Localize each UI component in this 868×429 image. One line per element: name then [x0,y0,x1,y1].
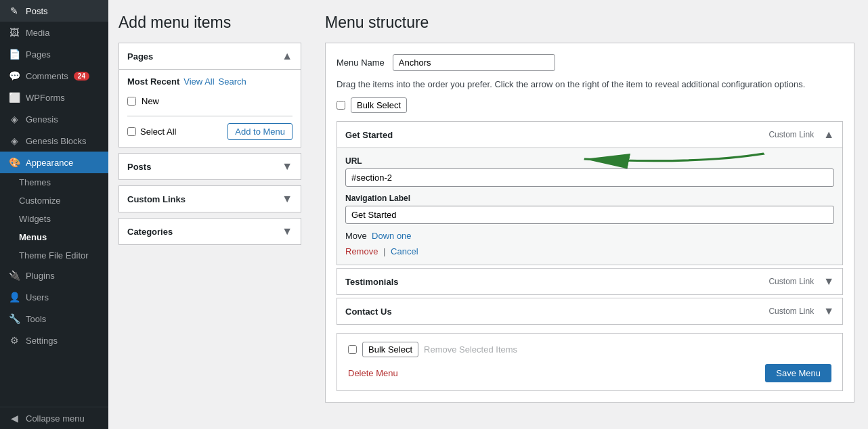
settings-icon: ⚙ [8,335,20,346]
sidebar-subitem-theme-file-editor[interactable]: Theme File Editor [0,246,108,265]
get-started-title: Get Started [345,130,393,140]
menu-name-label: Menu Name [337,58,385,68]
sidebar-item-genesis-blocks[interactable]: ◈ Genesis Blocks [0,130,108,152]
save-menu-button[interactable]: Save Menu [765,364,831,382]
sidebar-item-label: Plugins [26,271,55,281]
sidebar-item-pages[interactable]: 📄 Pages [0,43,108,65]
collapse-icon: ◀ [8,413,20,424]
select-all-checkbox[interactable] [127,127,136,136]
page-item-new-checkbox[interactable] [127,97,136,106]
delete-menu-link[interactable]: Delete Menu [348,368,398,378]
plugins-icon: 🔌 [8,270,20,281]
sidebar-item-label: Posts [26,6,48,16]
annotation-arrow [337,121,843,311]
widgets-label: Widgets [19,214,51,224]
categories-accordion: Categories ▼ [118,218,301,245]
sidebar-item-label: Pages [26,49,51,60]
bulk-select-top-button[interactable]: Bulk Select [351,97,407,113]
bulk-select-top-row: Bulk Select [337,97,843,113]
sidebar-item-label: Genesis Blocks [26,136,87,146]
cancel-link[interactable]: Cancel [391,246,418,256]
testimonials-title: Testimonials [345,277,399,287]
themes-label: Themes [19,177,51,187]
sidebar-subitem-menus[interactable]: Menus [0,228,108,246]
contact-us-type: Custom Link [768,307,814,316]
page-item-new: New [127,93,292,109]
move-down-link[interactable]: Down one [372,231,412,241]
custom-links-accordion-header[interactable]: Custom Links ▼ [119,186,301,212]
tab-most-recent[interactable]: Most Recent [127,76,179,87]
menu-name-input[interactable] [393,54,555,71]
pages-accordion-header[interactable]: Pages ▲ [119,43,301,69]
contact-us-chevron-icon[interactable]: ▼ [823,305,834,317]
sidebar-item-appearance[interactable]: 🎨 Appearance [0,152,108,173]
categories-accordion-header[interactable]: Categories ▼ [119,219,301,244]
left-panel: Add menu items Pages ▲ Most Recent View … [108,0,311,429]
posts-accordion-header[interactable]: Posts ▼ [119,154,301,179]
sidebar-item-genesis[interactable]: ◈ Genesis [0,108,108,130]
menu-footer: Bulk Select Remove Selected Items Delete… [337,333,843,391]
sidebar-subitem-widgets[interactable]: Widgets [0,210,108,228]
menu-item-get-started-header[interactable]: Get Started Custom Link ▲ [337,122,842,148]
sidebar-item-posts[interactable]: ✎ Posts [0,0,108,22]
get-started-chevron-icon[interactable]: ▲ [823,129,834,141]
pages-icon: 📄 [8,49,20,60]
nav-label-input[interactable] [345,206,834,224]
nav-label-field-group: Navigation Label [345,194,834,224]
custom-links-chevron-icon: ▼ [282,193,292,205]
bulk-select-top-checkbox[interactable] [337,101,345,110]
main-content: Add menu items Pages ▲ Most Recent View … [108,0,868,429]
sidebar-collapse[interactable]: ◀ Collapse menu [0,407,108,429]
users-icon: 👤 [8,292,20,302]
collapse-label: Collapse menu [26,413,85,424]
sidebar-item-label: Settings [26,336,58,346]
get-started-body: URL Navigation Label Move Down one [337,148,842,265]
sidebar-item-users[interactable]: 👤 Users [0,286,108,308]
menu-structure-box: Menu Name Drag the items into the order … [325,43,854,403]
posts-accordion: Posts ▼ [118,153,301,180]
remove-link[interactable]: Remove [345,246,378,256]
sidebar-item-wpforms[interactable]: ⬜ WPForms [0,87,108,108]
sidebar-item-label: Media [26,28,49,38]
separator: | [383,246,385,256]
comments-badge: 24 [74,72,89,81]
sidebar-subitem-customize[interactable]: Customize [0,191,108,210]
menu-footer-bottom: Delete Menu Save Menu [348,364,831,382]
tab-search[interactable]: Search [219,76,246,87]
sidebar-item-label: Appearance [26,158,73,168]
bulk-select-bottom-checkbox[interactable] [348,345,357,354]
left-panel-title: Add menu items [118,14,301,32]
tab-view-all[interactable]: View All [183,76,214,87]
menu-item-contact-us: Contact Us Custom Link ▼ [337,298,843,325]
menu-item-get-started: Get Started Custom Link ▲ URL Navigation… [337,121,843,265]
sidebar: ✎ Posts 🖼 Media 📄 Pages 💬 Comments 24 ⬜ … [0,0,108,429]
contact-us-title: Contact Us [345,307,392,317]
nav-label-label: Navigation Label [345,194,834,203]
select-all-label[interactable]: Select All [127,127,176,137]
sidebar-item-tools[interactable]: 🔧 Tools [0,308,108,330]
tools-icon: 🔧 [8,313,20,324]
sidebar-item-plugins[interactable]: 🔌 Plugins [0,265,108,286]
add-to-menu-button[interactable]: Add to Menu [227,123,292,140]
move-row: Move Down one [345,231,834,241]
action-row: Remove | Cancel [345,246,834,256]
url-label: URL [345,156,834,166]
bulk-select-bottom-button[interactable]: Bulk Select [362,342,418,357]
media-icon: 🖼 [8,27,20,38]
sidebar-item-media[interactable]: 🖼 Media [0,22,108,43]
appearance-icon: 🎨 [8,157,20,168]
testimonials-chevron-icon[interactable]: ▼ [823,275,834,288]
url-input[interactable] [345,168,834,187]
menu-footer-top: Bulk Select Remove Selected Items [348,342,831,357]
menu-item-testimonials-header[interactable]: Testimonials Custom Link ▼ [337,269,842,294]
menu-item-testimonials: Testimonials Custom Link ▼ [337,268,843,295]
sidebar-item-settings[interactable]: ⚙ Settings [0,330,108,351]
sidebar-subitem-themes[interactable]: Themes [0,173,108,191]
url-field-group: URL [345,156,834,187]
page-item-new-label: New [142,96,159,106]
remove-selected-button[interactable]: Remove Selected Items [424,344,517,355]
menu-name-row: Menu Name [337,54,843,71]
sidebar-item-comments[interactable]: 💬 Comments 24 [0,65,108,87]
menu-item-contact-us-header[interactable]: Contact Us Custom Link ▼ [337,298,842,324]
pages-chevron-up-icon: ▲ [282,50,292,62]
